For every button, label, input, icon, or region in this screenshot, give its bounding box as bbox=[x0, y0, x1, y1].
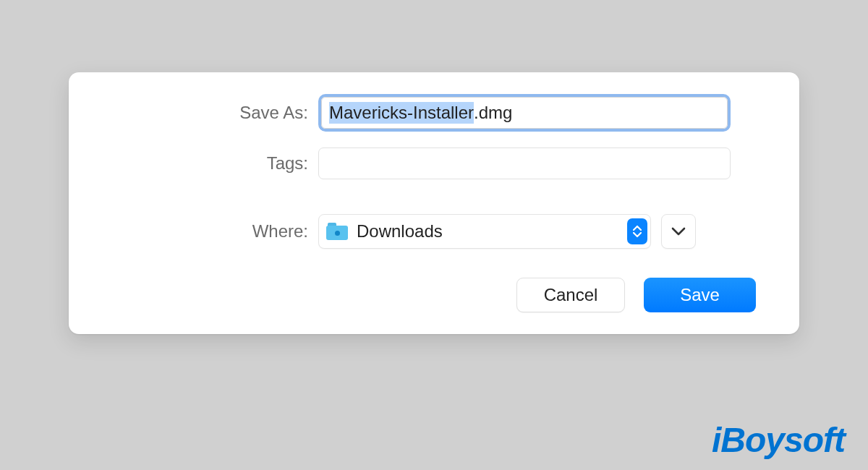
tags-input[interactable] bbox=[318, 148, 731, 179]
where-row: Where: Downloads bbox=[98, 214, 770, 249]
tags-row: Tags: bbox=[98, 148, 770, 179]
save-as-label: Save As: bbox=[98, 103, 318, 123]
expand-button[interactable] bbox=[661, 214, 696, 249]
save-dialog: Save As: Mavericks-Installer.dmg Tags: W… bbox=[69, 72, 799, 334]
folder-icon bbox=[326, 223, 348, 240]
save-as-input[interactable]: Mavericks-Installer.dmg bbox=[321, 97, 728, 129]
updown-stepper-icon[interactable] bbox=[627, 218, 647, 244]
save-button[interactable]: Save bbox=[644, 278, 756, 312]
save-as-extension-text: .dmg bbox=[474, 103, 512, 123]
tags-label: Tags: bbox=[98, 153, 318, 174]
where-label: Where: bbox=[98, 221, 318, 242]
where-select[interactable]: Downloads bbox=[318, 214, 651, 249]
cancel-button[interactable]: Cancel bbox=[516, 278, 625, 312]
save-as-row: Save As: Mavericks-Installer.dmg bbox=[98, 94, 770, 132]
chevron-down-icon bbox=[671, 226, 686, 236]
where-folder-name: Downloads bbox=[357, 221, 627, 242]
save-as-selected-text: Mavericks-Installer bbox=[329, 102, 474, 124]
dialog-buttons: Cancel Save bbox=[98, 278, 770, 312]
save-as-focus-ring: Mavericks-Installer.dmg bbox=[318, 94, 731, 132]
watermark-logo: iBoysoft bbox=[712, 420, 845, 460]
